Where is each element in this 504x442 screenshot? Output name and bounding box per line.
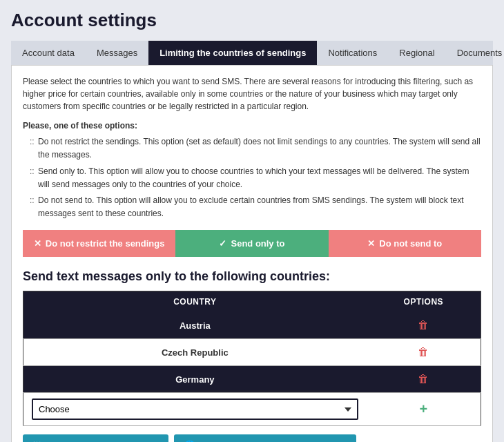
- add-eea-button[interactable]: 🌐 Add European Economic Area countries: [174, 434, 356, 442]
- restriction-buttons: ✕ Do not restrict the sendings ✓ Send on…: [23, 230, 481, 257]
- content-area: Please select the countries to which you…: [11, 65, 493, 442]
- bullet-1: ::: [30, 135, 35, 162]
- tabs-bar: Account data Messages Limiting the count…: [11, 41, 493, 65]
- bullet-2: ::: [30, 165, 35, 191]
- tab-documents[interactable]: Documents: [446, 41, 504, 65]
- options-list: Please, one of these options: :: Do not …: [23, 119, 481, 220]
- country-select[interactable]: ChooseAustriaCzech RepublicGermanyFrance…: [32, 398, 358, 420]
- country-header: COUNTRY: [23, 291, 367, 313]
- no-send-icon: ✕: [367, 238, 375, 249]
- tab-account-data[interactable]: Account data: [11, 41, 86, 65]
- option-item-1: :: Do not restrict the sendings. This op…: [30, 135, 481, 162]
- options-header-cell: OPTIONS: [367, 291, 481, 313]
- table-row: Czech Republic🗑: [23, 339, 481, 366]
- no-send-label: Do not send to: [379, 238, 442, 249]
- tab-notifications[interactable]: Notifications: [317, 41, 388, 65]
- add-country-cell: +: [367, 393, 481, 426]
- table-row: Austria🗑: [23, 312, 481, 339]
- section-title: Send text messages only to the following…: [23, 269, 481, 284]
- table-header-row: COUNTRY OPTIONS: [23, 291, 481, 313]
- tab-limiting[interactable]: Limiting the countries of sendings: [148, 41, 317, 65]
- delete-country-button[interactable]: 🗑: [414, 345, 433, 360]
- option-item-2: :: Send only to. This option will allow …: [30, 165, 481, 191]
- tab-regional[interactable]: Regional: [388, 41, 445, 65]
- send-only-label: Send only to: [231, 238, 284, 249]
- no-restrict-button[interactable]: ✕ Do not restrict the sendings: [23, 230, 175, 257]
- country-dropdown-cell: ChooseAustriaCzech RepublicGermanyFrance…: [23, 393, 367, 426]
- option-item-3: :: Do not send to. This option will allo…: [30, 194, 481, 220]
- add-country-button[interactable]: +: [416, 400, 432, 419]
- tab-messages[interactable]: Messages: [86, 41, 148, 65]
- send-only-icon: ✓: [219, 238, 226, 249]
- country-table: COUNTRY OPTIONS Austria🗑Czech Republic🗑G…: [23, 291, 481, 426]
- options-cell: 🗑: [367, 339, 481, 366]
- table-row: Germany🗑: [23, 366, 481, 393]
- country-cell: Germany: [23, 366, 367, 393]
- no-restrict-icon: ✕: [34, 238, 41, 249]
- add-eu-button[interactable]: 🛡 Add European Union countries: [23, 434, 168, 442]
- delete-country-button[interactable]: 🗑: [414, 372, 433, 387]
- options-cell: 🗑: [367, 366, 481, 393]
- bullet-3: ::: [30, 194, 35, 220]
- dropdown-row: ChooseAustriaCzech RepublicGermanyFrance…: [23, 393, 481, 426]
- country-cell: Austria: [23, 312, 367, 339]
- send-only-button[interactable]: ✓ Send only to: [175, 230, 328, 257]
- bottom-buttons: 🛡 Add European Union countries 🌐 Add Eur…: [23, 434, 481, 442]
- no-send-button[interactable]: ✕ Do not send to: [329, 230, 481, 257]
- country-cell: Czech Republic: [23, 339, 367, 366]
- options-header: Please, one of these options:: [23, 119, 481, 133]
- delete-country-button[interactable]: 🗑: [414, 318, 433, 333]
- description-text: Please select the countries to which you…: [23, 75, 481, 113]
- options-cell: 🗑: [367, 312, 481, 339]
- no-restrict-label: Do not restrict the sendings: [46, 238, 165, 249]
- page-title: Account settings: [11, 10, 493, 31]
